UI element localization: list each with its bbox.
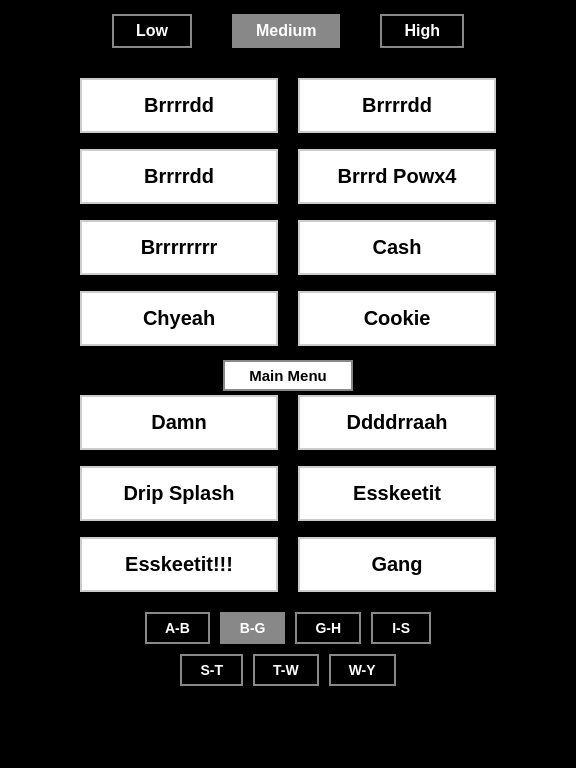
sound-btn-1[interactable]: Brrrrdd: [298, 78, 496, 133]
sound-btn-11[interactable]: Esskeetit: [298, 466, 496, 521]
tab-tw[interactable]: T-W: [253, 654, 319, 686]
sound-btn-0[interactable]: Brrrrdd: [80, 78, 278, 133]
alphabet-tabs-1: A-B B-G G-H I-S: [0, 612, 576, 644]
sound-btn-9[interactable]: Ddddrraah: [298, 395, 496, 450]
sound-btn-7[interactable]: Cookie: [298, 291, 496, 346]
sound-btn-3[interactable]: Brrrd Powx4: [298, 149, 496, 204]
sound-btn-2[interactable]: Brrrrdd: [80, 149, 278, 204]
sound-btn-12[interactable]: Esskeetit!!!: [80, 537, 278, 592]
tab-bg[interactable]: B-G: [220, 612, 286, 644]
sound-grid: Brrrrdd Brrrrdd Brrrrdd Brrrd Powx4 Brrr…: [0, 68, 576, 356]
sound-btn-10[interactable]: Drip Splash: [80, 466, 278, 521]
tab-st[interactable]: S-T: [180, 654, 243, 686]
tab-ab[interactable]: A-B: [145, 612, 210, 644]
tab-gh[interactable]: G-H: [295, 612, 361, 644]
sound-btn-13[interactable]: Gang: [298, 537, 496, 592]
quality-low[interactable]: Low: [112, 14, 192, 48]
quality-bar: Low Medium High: [0, 0, 576, 58]
sound-btn-4[interactable]: Brrrrrrrr: [80, 220, 278, 275]
tab-wy[interactable]: W-Y: [329, 654, 396, 686]
main-menu-button[interactable]: Main Menu: [223, 360, 353, 391]
alphabet-tabs-2: S-T T-W W-Y: [0, 654, 576, 686]
sound-btn-5[interactable]: Cash: [298, 220, 496, 275]
main-menu-row: Main Menu: [0, 360, 576, 391]
tab-is[interactable]: I-S: [371, 612, 431, 644]
quality-medium[interactable]: Medium: [232, 14, 340, 48]
sound-btn-6[interactable]: Chyeah: [80, 291, 278, 346]
sound-grid-2: Damn Ddddrraah Drip Splash Esskeetit Ess…: [0, 393, 576, 602]
quality-high[interactable]: High: [380, 14, 464, 48]
sound-btn-8[interactable]: Damn: [80, 395, 278, 450]
